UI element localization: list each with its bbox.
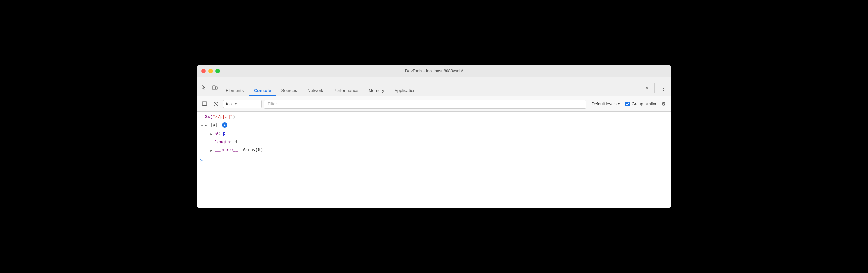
svg-line-5: [215, 103, 218, 105]
tabs-right-icons: » ⋮: [643, 83, 669, 96]
prop-value-length: 1: [235, 140, 237, 144]
more-tabs-button[interactable]: »: [643, 84, 651, 92]
expand-item-0-icon[interactable]: ►: [210, 131, 214, 138]
tabs-list: Elements Console Sources Network Perform…: [220, 77, 643, 96]
result-label: [p] i: [210, 122, 668, 128]
expand-proto-icon[interactable]: ►: [210, 148, 214, 154]
device-icon: [212, 85, 218, 90]
result-item-proto: ► __proto__: Array(0): [199, 146, 671, 155]
titlebar: DevTools - localhost:8080/web/: [197, 65, 671, 77]
expand-array-icon[interactable]: ▼: [205, 123, 209, 129]
group-similar-checkbox[interactable]: [625, 102, 630, 106]
cursor: [205, 158, 206, 163]
window-title: DevTools - localhost:8080/web/: [405, 69, 463, 73]
group-similar-text: Group similar: [632, 102, 656, 106]
tab-memory[interactable]: Memory: [364, 77, 390, 96]
result-property-length-content: length: 1: [215, 139, 668, 145]
tab-network[interactable]: Network: [302, 77, 329, 96]
svg-rect-0: [213, 86, 215, 90]
result-property-length: length: 1: [199, 138, 671, 146]
levels-label: Default levels: [592, 102, 617, 106]
result-tree: ◂ ▼ [p] i ► 0: p length: 1: [197, 121, 671, 155]
code-arg: "//p[a]": [213, 114, 232, 119]
console-input-content-1: $x("//p[a]"): [205, 114, 668, 120]
tabs-bar: Elements Console Sources Network Perform…: [197, 77, 671, 97]
devtools-menu-button[interactable]: ⋮: [658, 83, 669, 93]
item-value-0: p: [223, 131, 225, 136]
console-prompt-line: >: [197, 155, 671, 165]
proto-key: __proto__: [215, 147, 238, 152]
cursor-icon: [201, 85, 207, 90]
console-settings-button[interactable]: ⚙: [659, 100, 668, 109]
result-header-line: ◂ ▼ [p] i: [199, 121, 671, 130]
tab-console[interactable]: Console: [249, 77, 276, 96]
tab-performance[interactable]: Performance: [329, 77, 364, 96]
info-badge: i: [222, 122, 227, 128]
tab-sources[interactable]: Sources: [276, 77, 303, 96]
console-output: › $x("//p[a]") ◂ ▼ [p] i ► 0: p: [197, 112, 671, 208]
item-key-0: 0: [215, 131, 218, 136]
code-method: $x(: [205, 114, 213, 119]
svg-rect-2: [202, 102, 207, 105]
code-paren: ): [233, 114, 235, 119]
titlebar-buttons: [201, 69, 220, 73]
tab-elements[interactable]: Elements: [220, 77, 249, 96]
input-arrow-icon: ›: [199, 115, 203, 118]
back-arrow-icon: ◂: [200, 122, 203, 129]
proto-value: Array(0): [243, 147, 263, 152]
filter-input-wrap: [264, 100, 586, 109]
levels-arrow-icon: ▾: [618, 102, 620, 106]
context-arrow-icon: ▾: [235, 102, 237, 106]
array-label: [p]: [210, 122, 218, 127]
filter-input[interactable]: [264, 100, 586, 109]
group-similar-label[interactable]: Group similar: [625, 102, 656, 106]
tabs-left-icons: [199, 83, 219, 96]
drawer-icon: [202, 102, 207, 107]
devtools-window: DevTools - localhost:8080/web/ Elements: [197, 65, 671, 208]
result-item-0: ► 0: p: [199, 130, 671, 138]
log-levels-button[interactable]: Default levels ▾: [589, 100, 623, 108]
prop-key-length: length: [215, 140, 230, 144]
svg-rect-3: [202, 105, 207, 106]
result-item-0-content: 0: p: [215, 130, 668, 137]
clear-console-button[interactable]: [212, 100, 220, 109]
device-toolbar-button[interactable]: [210, 83, 219, 92]
result-proto-content: __proto__: Array(0): [215, 147, 668, 153]
context-selector[interactable]: top ▾: [223, 100, 261, 108]
maximize-button[interactable]: [215, 69, 220, 73]
tab-application[interactable]: Application: [390, 77, 421, 96]
minimize-button[interactable]: [208, 69, 213, 73]
show-console-drawer-button[interactable]: [200, 100, 209, 109]
context-value: top: [226, 102, 232, 106]
close-button[interactable]: [201, 69, 206, 73]
console-input-line-1: › $x("//p[a]"): [197, 113, 671, 121]
inspect-element-button[interactable]: [199, 83, 208, 92]
svg-rect-1: [216, 87, 217, 89]
console-toolbar: top ▾ Default levels ▾ Group similar ⚙: [197, 97, 671, 112]
prompt-symbol: >: [200, 158, 203, 163]
block-icon: [214, 102, 219, 107]
